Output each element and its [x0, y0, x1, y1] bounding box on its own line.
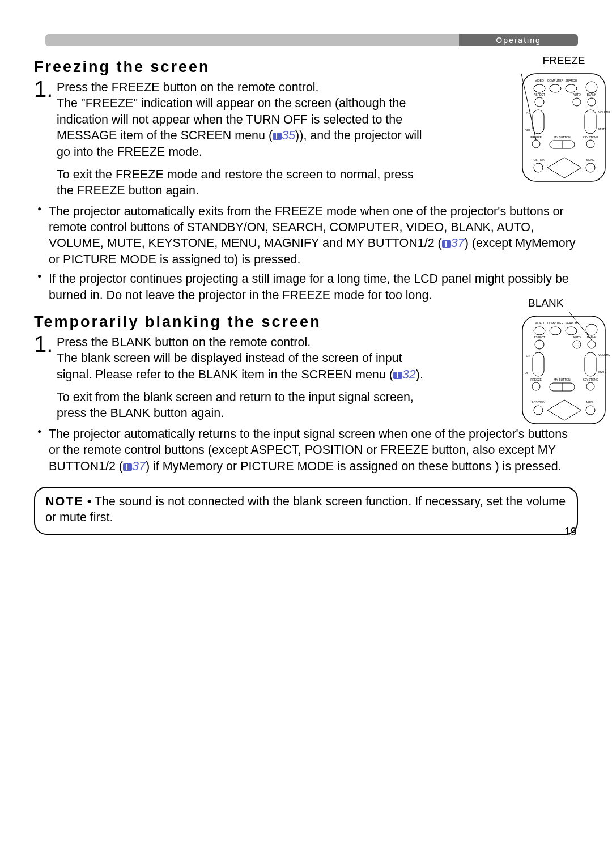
svg-point-33 [534, 327, 545, 335]
svg-point-27 [534, 163, 543, 172]
svg-text:KEYSTONE: KEYSTONE [583, 378, 598, 381]
section1-bullets: The projector automatically exits from t… [34, 203, 578, 303]
svg-text:AUTO: AUTO [573, 93, 581, 96]
note-text: • The sound is not connected with the bl… [45, 495, 566, 524]
remote-svg: VIDEO COMPUTER SEARCH ASPECT AUTO BLANK … [516, 69, 612, 182]
svg-rect-46 [533, 352, 544, 376]
svg-point-40 [535, 340, 544, 349]
header-category: Operating [459, 34, 578, 46]
svg-text:OFF: OFF [525, 129, 530, 132]
svg-text:VOLUME: VOLUME [598, 353, 611, 356]
svg-rect-47 [585, 352, 596, 376]
svg-text:MUTE: MUTE [598, 127, 607, 131]
svg-text:VIDEO: VIDEO [535, 79, 544, 82]
bullet-ref: 37 [132, 459, 146, 473]
svg-point-59 [534, 406, 543, 415]
remote-diagram-blank: BLANK VIDEO COMPUTER SEARCH ASPECT AUTO … [516, 297, 612, 427]
svg-point-20 [532, 140, 540, 148]
svg-point-2 [550, 84, 561, 92]
svg-text:MUTE: MUTE [598, 370, 607, 373]
svg-text:AUTO: AUTO [573, 335, 581, 339]
svg-text:POSITION: POSITION [532, 401, 545, 404]
section1-step-line1: Press the FREEZE button on the remote co… [57, 80, 318, 94]
svg-text:VIDEO: VIDEO [535, 321, 544, 325]
remote-svg: VIDEO COMPUTER SEARCH ASPECT AUTO BLANK … [516, 312, 612, 425]
svg-text:MY BUTTON: MY BUTTON [554, 135, 571, 139]
header-bar: Operating [45, 34, 578, 46]
svg-text:KEYSTONE: KEYSTONE [583, 135, 598, 139]
svg-text:MENU: MENU [586, 401, 595, 404]
section2-ref1: 32 [402, 368, 416, 381]
svg-point-1 [534, 84, 545, 92]
svg-text:ASPECT: ASPECT [534, 335, 545, 339]
svg-text:MENU: MENU [586, 158, 595, 161]
svg-point-9 [573, 98, 581, 106]
remote-diagram-freeze: FREEZE VIDEO COMPUTER SEARCH ASPECT AUTO… [516, 54, 612, 185]
svg-point-60 [586, 406, 595, 415]
svg-point-23 [586, 140, 594, 148]
bullet-item: The projector automatically returns to t… [34, 426, 578, 474]
section1-para2: To exit the FREEZE mode and restore the … [57, 167, 425, 199]
book-icon [273, 133, 282, 140]
remote-label-blank: BLANK [528, 297, 612, 309]
section1-step-number: 1. [34, 79, 57, 99]
section2-step-line1: Press the BLANK button on the remote con… [57, 335, 311, 349]
svg-text:POSITION: POSITION [532, 158, 545, 161]
page-number: 19 [564, 525, 577, 538]
svg-text:MY BUTTON: MY BUTTON [554, 378, 571, 381]
svg-point-3 [566, 84, 577, 92]
book-icon [442, 240, 451, 248]
svg-text:FREEZE: FREEZE [530, 378, 542, 381]
svg-text:FREEZE: FREEZE [530, 135, 542, 139]
section2-step-rest: The blank screen will be displayed inste… [57, 351, 402, 381]
svg-text:SEARCH: SEARCH [566, 79, 577, 82]
svg-point-52 [532, 382, 540, 390]
svg-point-35 [566, 327, 577, 335]
remote-label-freeze: FREEZE [516, 54, 612, 67]
note-box: NOTE • The sound is not connected with t… [34, 487, 578, 535]
svg-point-10 [588, 98, 596, 106]
svg-point-41 [573, 341, 581, 348]
svg-text:BLANK: BLANK [587, 93, 597, 96]
bullet-item: If the projector continues projecting a … [34, 271, 578, 303]
bullet-text: If the projector continues projecting a … [49, 272, 569, 301]
bullet-ref: 37 [451, 236, 465, 250]
book-icon [123, 463, 132, 471]
svg-rect-14 [533, 110, 544, 134]
svg-text:VOLUME: VOLUME [598, 110, 611, 114]
bullet-text-post: ) if MyMemory or PICTURE MODE is assigne… [146, 459, 562, 473]
svg-text:ON: ON [526, 354, 531, 358]
svg-point-4 [586, 82, 597, 93]
svg-text:COMPUTER: COMPUTER [547, 79, 564, 82]
svg-point-28 [586, 163, 595, 172]
section2-step-number: 1. [34, 334, 57, 354]
svg-point-55 [586, 382, 594, 390]
svg-text:OFF: OFF [525, 371, 530, 375]
section1-title: Freezing the screen [34, 58, 578, 76]
svg-point-8 [535, 97, 544, 107]
section1-ref1: 35 [282, 129, 295, 142]
svg-text:ASPECT: ASPECT [534, 93, 545, 96]
section2-step-rest2: ). [416, 368, 423, 381]
svg-rect-15 [585, 110, 596, 134]
svg-point-42 [588, 341, 596, 348]
svg-text:SEARCH: SEARCH [566, 321, 577, 325]
header-bar-left [45, 34, 459, 46]
book-icon [393, 372, 402, 379]
section2-title: Temporarily blanking the screen [34, 313, 578, 331]
bullet-item: The projector automatically exits from t… [34, 203, 578, 268]
section2-bullets: The projector automatically returns to t… [34, 426, 578, 474]
svg-point-36 [586, 324, 597, 335]
svg-text:COMPUTER: COMPUTER [547, 321, 564, 325]
svg-point-34 [550, 327, 561, 335]
note-label: NOTE [45, 495, 84, 508]
section2-para2: To exit from the blank screen and return… [57, 389, 425, 422]
